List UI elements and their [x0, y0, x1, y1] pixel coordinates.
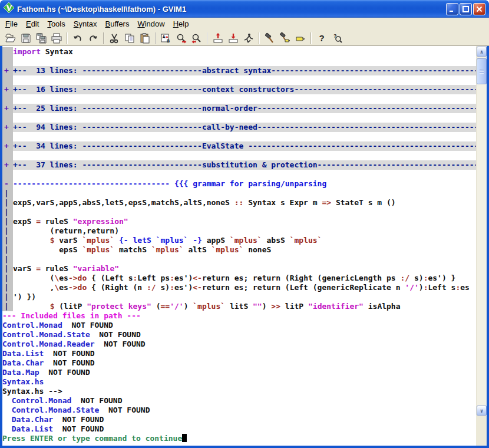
folded-line: ++-- 25 lines: -------------------------… [2, 104, 476, 113]
save-button[interactable] [18, 31, 34, 45]
folded-line: ++-- 34 lines: -------------------------… [2, 141, 476, 151]
toolbar-separator [67, 32, 68, 44]
find-next-button[interactable] [174, 31, 189, 45]
line-text: Data.Char NOT FOUND [2, 358, 476, 368]
build-tags-icon [279, 32, 291, 44]
help-button[interactable]: ? [314, 31, 329, 45]
save-session-button[interactable] [226, 31, 241, 45]
buffer-line: | [2, 207, 476, 217]
fold-column: | [2, 264, 13, 274]
tag-jump-icon [295, 32, 306, 44]
buffer-line: Data.Map NOT FOUND [2, 368, 476, 377]
find-replace-button[interactable]: AB [158, 31, 174, 45]
line-text: ,\es->do { (Right (n :/ s):es')<-return … [13, 283, 476, 292]
fold-toggle[interactable]: + [2, 141, 13, 151]
run-script-icon [243, 32, 255, 44]
cut-button[interactable] [107, 31, 122, 45]
buffer-line [2, 57, 476, 66]
menu-item-tools[interactable]: Tools [43, 18, 69, 30]
scroll-down-button[interactable]: ∨ [477, 406, 487, 416]
load-session-button[interactable] [210, 31, 226, 45]
fold-toggle[interactable]: + [2, 160, 13, 170]
line-text: (\es->do { (Left s:Left ps:es')<-return … [13, 274, 476, 283]
line-text: Data.List NOT FOUND [2, 349, 476, 358]
menu-item-file[interactable]: File [1, 18, 22, 30]
find-prev-button[interactable] [189, 31, 204, 45]
buffer-line: |varS = ruleS "variable" [2, 264, 476, 274]
folded-line: ++-- 13 lines: -------------------------… [2, 66, 476, 75]
window-title: Fathom.hs (~\Desktop\haskell\fathom) - G… [17, 5, 445, 14]
fold-toggle[interactable]: + [2, 66, 13, 75]
load-session-icon [212, 32, 224, 44]
minimize-button[interactable] [446, 3, 458, 15]
undo-button[interactable] [70, 31, 85, 45]
find-help-button[interactable]: ? [329, 31, 345, 45]
toolbar-separator [103, 32, 104, 44]
close-button[interactable] [473, 3, 485, 15]
menubar: FileEditToolsSyntaxBuffersWindowHelp [0, 18, 489, 31]
fold-toggle[interactable]: + [2, 85, 13, 94]
menu-item-buffers[interactable]: Buffers [101, 18, 133, 30]
fold-column: | [2, 255, 13, 264]
print-icon [51, 32, 62, 44]
copy-button[interactable] [122, 31, 137, 45]
buffer-line: | [2, 189, 476, 198]
redo-icon [87, 32, 99, 44]
menu-item-edit[interactable]: Edit [22, 18, 43, 30]
open-button[interactable] [3, 31, 18, 45]
menu-item-syntax[interactable]: Syntax [70, 18, 101, 30]
line-text: Control.Monad.State NOT FOUND [2, 406, 476, 415]
buffer-line: Syntax.hs --> [2, 387, 476, 396]
line-text: +-- 34 lines: --------------------------… [13, 141, 476, 151]
line-text: Control.Monad NOT FOUND [2, 396, 476, 406]
open-icon [5, 32, 16, 44]
fold-column: | [2, 274, 13, 283]
fold-toggle[interactable]: + [2, 123, 13, 132]
print-button[interactable] [49, 31, 64, 45]
toolbar-separator [155, 32, 156, 44]
buffer-line: --- Included files in path --- [2, 311, 476, 321]
fold-column [2, 57, 13, 66]
build-tags-button[interactable] [277, 31, 293, 45]
fold-toggle[interactable]: - [2, 179, 13, 189]
buffer-line: Data.Char NOT FOUND [2, 358, 476, 368]
svg-text:?: ? [319, 33, 325, 43]
buffer-line: Data.List NOT FOUND [2, 349, 476, 358]
line-text [13, 255, 476, 264]
buffer-line [2, 132, 476, 141]
redo-button[interactable] [85, 31, 101, 45]
line-text: Control.Monad NOT FOUND [2, 321, 476, 330]
make-button[interactable] [262, 31, 277, 45]
run-script-button[interactable] [241, 31, 256, 45]
fold-column [2, 113, 13, 123]
gvim-window: Fathom.hs (~\Desktop\haskell\fathom) - G… [0, 0, 489, 448]
fold-toggle[interactable]: + [2, 104, 13, 113]
titlebar[interactable]: Fathom.hs (~\Desktop\haskell\fathom) - G… [0, 0, 489, 18]
tag-jump-button[interactable] [293, 31, 308, 45]
maximize-icon [462, 6, 469, 12]
line-text: $ varS `mplus` {- letS `mplus` -} appS `… [13, 236, 476, 245]
scrollbar-thumb[interactable] [477, 58, 487, 84]
text-buffer[interactable]: import Syntax++-- 13 lines: ------------… [2, 46, 476, 446]
folded-line: ++-- 37 lines: -------------------------… [2, 160, 476, 170]
buffer-line: ----------------------------------- {{{ … [2, 179, 476, 189]
chevron-down-icon: ∨ [480, 406, 483, 416]
line-text: Data.Map NOT FOUND [2, 368, 476, 377]
buffer-line: |expS = ruleS "expression" [2, 217, 476, 226]
line-text: epsS `mplus` matchS `mplus` altS `mplus`… [13, 245, 476, 255]
buffer-line: Control.Monad NOT FOUND [2, 396, 476, 406]
maximize-button[interactable] [460, 3, 472, 15]
scrollbar-filler [476, 416, 487, 446]
editor-area[interactable]: import Syntax++-- 13 lines: ------------… [2, 46, 487, 446]
save-all-button[interactable] [34, 31, 49, 45]
make-icon [264, 32, 276, 44]
text-cursor [182, 434, 187, 442]
menu-item-help[interactable]: Help [169, 18, 193, 30]
line-text: Press ENTER or type command to continue [2, 434, 476, 443]
fold-column [2, 151, 13, 160]
menu-item-window[interactable]: Window [133, 18, 168, 30]
line-text: (return,return) [13, 226, 476, 236]
paste-button[interactable] [137, 31, 153, 45]
vertical-scrollbar[interactable]: ∧ ∨ [476, 46, 487, 416]
scroll-up-button[interactable]: ∧ [477, 47, 487, 57]
